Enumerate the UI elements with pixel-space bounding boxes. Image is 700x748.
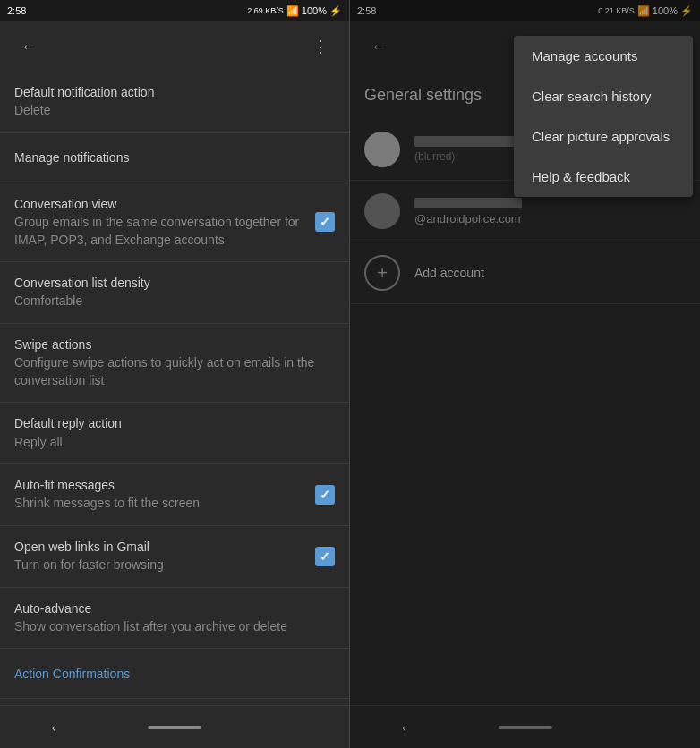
setting-value-notification: Delete [14, 102, 335, 120]
checkbox-conversation-view[interactable]: ✓ [315, 212, 335, 232]
menu-item-manage-accounts[interactable]: Manage accounts [514, 36, 693, 76]
setting-manage-notifications[interactable]: Manage notifications [0, 133, 349, 183]
toolbar-left: ← ⋮ [0, 21, 349, 72]
checkbox-web-links[interactable]: ✓ [315, 547, 335, 566]
setting-value-autoadvance: Show conversation list after you archive… [14, 618, 335, 636]
checkbox-auto-fit[interactable]: ✓ [315, 485, 335, 505]
setting-value-density: Comfortable [14, 293, 335, 310]
setting-label-reply: Default reply action [14, 415, 335, 431]
charging-icon-left: ⚡ [329, 5, 342, 17]
nav-back-left[interactable]: ‹ [39, 713, 68, 742]
dropdown-menu: Manage accounts Clear search history Cle… [514, 36, 693, 197]
setting-label-conv-view: Conversation view [14, 196, 304, 212]
menu-item-clear-search[interactable]: Clear search history [514, 76, 693, 116]
menu-item-help-feedback[interactable]: Help & feedback [514, 157, 693, 197]
setting-label-density: Conversation list density [14, 275, 335, 291]
setting-label-autoadvance: Auto-advance [14, 600, 335, 616]
setting-web-links[interactable]: Open web links in Gmail Turn on for fast… [0, 526, 349, 588]
setting-label-weblinks: Open web links in Gmail [14, 539, 304, 555]
setting-value-conv-view: Group emails in the same conversation to… [14, 214, 304, 249]
left-panel: 2:58 2.69 KB/S 📶 100% ⚡ ← ⋮ Default noti… [0, 0, 350, 748]
setting-auto-fit[interactable]: Auto-fit messages Shrink messages to fit… [0, 464, 349, 526]
more-button-left[interactable]: ⋮ [306, 32, 335, 61]
status-bar-left: 2:58 2.69 KB/S 📶 100% ⚡ [0, 0, 349, 21]
setting-auto-advance[interactable]: Auto-advance Show conversation list afte… [0, 588, 349, 650]
setting-value-weblinks: Turn on for faster browsing [14, 557, 304, 574]
setting-value-swipe: Configure swipe actions to quickly act o… [14, 354, 335, 389]
setting-value-reply: Reply all [14, 434, 335, 452]
setting-label-manage-notif: Manage notifications [14, 149, 335, 166]
setting-label-swipe: Swipe actions [14, 336, 335, 353]
setting-label-action-confirm: Action Confirmations [14, 667, 335, 681]
setting-action-confirmations[interactable]: Action Confirmations [0, 649, 349, 699]
battery-left: 100% [302, 5, 327, 16]
setting-swipe-actions[interactable]: Swipe actions Configure swipe actions to… [0, 324, 349, 403]
setting-default-reply[interactable]: Default reply action Reply all [0, 403, 349, 464]
menu-item-clear-pictures[interactable]: Clear picture approvals [514, 116, 693, 157]
signal-icons-left: 📶 [286, 5, 299, 17]
back-button-left[interactable]: ← [14, 32, 43, 61]
setting-label-autofit: Auto-fit messages [14, 477, 304, 493]
nav-bar-left: ‹ [0, 705, 349, 748]
home-indicator-left [148, 726, 201, 729]
settings-list-left: Default notification action Delete Manag… [0, 72, 349, 705]
setting-conversation-view[interactable]: Conversation view Group emails in the sa… [0, 183, 349, 262]
setting-value-autofit: Shrink messages to fit the screen [14, 495, 304, 513]
network-speed-left: 2.69 KB/S [247, 6, 284, 15]
time-left: 2:58 [7, 5, 26, 16]
setting-label-notification: Default notification action [14, 84, 335, 100]
setting-conversation-density[interactable]: Conversation list density Comfortable [0, 262, 349, 324]
setting-default-notification-action[interactable]: Default notification action Delete [0, 72, 349, 133]
right-panel: 2:58 0.21 KB/S 📶 100% ⚡ ← General settin… [350, 0, 700, 748]
